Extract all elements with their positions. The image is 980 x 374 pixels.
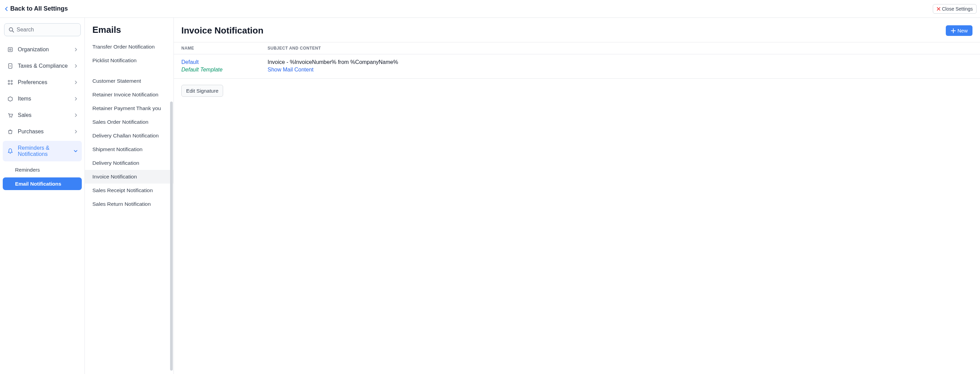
page-title: Invoice Notification xyxy=(181,25,264,36)
plus-icon xyxy=(951,28,956,33)
show-mail-content-link[interactable]: Show Mail Content xyxy=(267,67,313,73)
building-icon xyxy=(7,46,14,53)
svg-point-8 xyxy=(11,83,12,84)
close-label: Close Settings xyxy=(942,6,973,12)
sidebar-item-reminders-notifications[interactable]: Reminders & Notifications xyxy=(3,141,82,162)
chevron-right-icon xyxy=(74,113,78,117)
emails-list-item-label: Invoice Notification xyxy=(92,174,137,179)
body-layout: Organization Taxes & Compliance Preferen… xyxy=(0,18,980,374)
svg-point-7 xyxy=(8,83,10,84)
svg-point-9 xyxy=(10,117,10,117)
back-label: Back to All Settings xyxy=(10,5,68,12)
sidebar-item-label: Preferences xyxy=(18,79,70,86)
sidebar-item-purchases[interactable]: Purchases xyxy=(3,124,82,139)
new-button[interactable]: New xyxy=(946,25,972,36)
chevron-right-icon xyxy=(74,130,78,134)
edit-signature-label: Edit Signature xyxy=(186,88,218,94)
emails-list-item-invoice-notification[interactable]: Invoice Notification xyxy=(85,170,173,184)
main-panel: Invoice Notification New NAME SUBJECT AN… xyxy=(174,18,980,374)
emails-list-item[interactable]: Shipment Notification xyxy=(85,143,173,156)
svg-line-1 xyxy=(12,31,14,32)
sidebar-subitem-label: Email Notifications xyxy=(15,181,61,187)
emails-list-item[interactable]: Sales Order Notification xyxy=(85,115,173,129)
emails-list-item-label: Transfer Order Notification xyxy=(92,44,155,49)
settings-sidebar: Organization Taxes & Compliance Preferen… xyxy=(0,18,85,374)
emails-list-item[interactable]: Customer Statement xyxy=(85,74,173,88)
svg-rect-2 xyxy=(8,48,12,52)
search-box[interactable] xyxy=(4,23,81,36)
emails-list-item-label: Delivery Challan Notification xyxy=(92,133,159,138)
table-row: Default Default Template Invoice - %Invo… xyxy=(174,54,980,79)
emails-list-item[interactable]: Sales Receipt Notification xyxy=(85,184,173,197)
sliders-icon xyxy=(7,79,14,86)
default-template-badge: Default Template xyxy=(181,67,267,73)
close-icon xyxy=(937,7,941,11)
template-name-link[interactable]: Default xyxy=(181,59,267,65)
chevron-left-icon xyxy=(5,6,8,11)
emails-list-item-label: Retainer Invoice Notification xyxy=(92,92,158,97)
topbar: Back to All Settings Close Settings xyxy=(0,0,980,18)
sidebar-item-label: Organization xyxy=(18,46,70,53)
emails-list-item-label: Sales Receipt Notification xyxy=(92,187,153,193)
main-header: Invoice Notification New xyxy=(174,18,980,42)
sidebar-subitem-reminders[interactable]: Reminders xyxy=(3,163,82,176)
emails-list-item-label: Sales Order Notification xyxy=(92,119,148,125)
sidebar-item-label: Purchases xyxy=(18,128,70,135)
sidebar-item-label: Taxes & Compliance xyxy=(18,63,70,69)
table-header: NAME SUBJECT AND CONTENT xyxy=(174,42,980,54)
sidebar-item-organization[interactable]: Organization xyxy=(3,43,82,57)
sidebar-subitem-label: Reminders xyxy=(15,167,40,173)
emails-list-item[interactable]: Delivery Notification xyxy=(85,156,173,170)
emails-list-item[interactable]: Picklist Notification xyxy=(85,54,173,67)
emails-list-item-label: Retainer Payment Thank you xyxy=(92,105,161,111)
document-icon xyxy=(7,63,14,69)
sidebar-item-taxes[interactable]: Taxes & Compliance xyxy=(3,59,82,73)
back-to-settings-link[interactable]: Back to All Settings xyxy=(5,5,68,12)
emails-list-item-label: Customer Statement xyxy=(92,78,141,84)
svg-point-10 xyxy=(11,117,12,117)
search-icon xyxy=(8,27,14,32)
sidebar-item-sales[interactable]: Sales xyxy=(3,108,82,122)
emails-list-item[interactable]: Retainer Invoice Notification xyxy=(85,88,173,101)
cart-icon xyxy=(7,112,14,118)
chevron-right-icon xyxy=(74,80,78,84)
close-settings-button[interactable]: Close Settings xyxy=(933,4,977,14)
sidebar-subitem-email-notifications[interactable]: Email Notifications xyxy=(3,177,82,190)
sidebar-item-label: Items xyxy=(18,96,70,102)
sidebar-item-label: Sales xyxy=(18,112,70,118)
svg-rect-3 xyxy=(10,49,11,50)
edit-signature-button[interactable]: Edit Signature xyxy=(181,85,223,97)
chevron-right-icon xyxy=(74,97,78,101)
bell-icon xyxy=(7,148,14,154)
emails-list-item[interactable]: Retainer Payment Thank you xyxy=(85,101,173,115)
emails-list-item[interactable]: Sales Return Notification xyxy=(85,197,173,211)
cell-name: Default Default Template xyxy=(181,59,267,73)
column-header-name: NAME xyxy=(181,46,267,51)
sidebar-item-items[interactable]: Items xyxy=(3,92,82,106)
cell-subject: Invoice - %InvoiceNumber% from %CompanyN… xyxy=(267,59,972,73)
sidebar-item-preferences[interactable]: Preferences xyxy=(3,75,82,90)
emails-list-item-label: Picklist Notification xyxy=(92,57,137,63)
emails-list[interactable]: Transfer Order Notification Picklist Not… xyxy=(85,40,173,374)
subject-text: Invoice - %InvoiceNumber% from %CompanyN… xyxy=(267,59,972,65)
emails-list-item[interactable]: Transfer Order Notification xyxy=(85,40,173,54)
emails-list-item-label: Sales Return Notification xyxy=(92,201,151,207)
list-spacer xyxy=(85,67,173,74)
emails-list-item-label: Shipment Notification xyxy=(92,146,142,152)
emails-panel: Emails Transfer Order Notification Pickl… xyxy=(85,18,174,374)
scrollbar[interactable] xyxy=(170,101,173,371)
sidebar-item-label: Reminders & Notifications xyxy=(18,145,70,157)
new-button-label: New xyxy=(958,28,968,33)
svg-point-5 xyxy=(8,80,10,82)
box-icon xyxy=(7,96,14,102)
chevron-right-icon xyxy=(74,64,78,68)
emails-panel-title: Emails xyxy=(85,18,173,40)
chevron-right-icon xyxy=(74,48,78,52)
search-input[interactable] xyxy=(17,27,76,33)
chevron-down-icon xyxy=(73,149,78,153)
column-header-subject: SUBJECT AND CONTENT xyxy=(267,46,972,51)
signature-section: Edit Signature xyxy=(174,79,980,103)
svg-point-6 xyxy=(11,80,12,82)
emails-list-item[interactable]: Delivery Challan Notification xyxy=(85,129,173,143)
bag-icon xyxy=(7,128,14,135)
